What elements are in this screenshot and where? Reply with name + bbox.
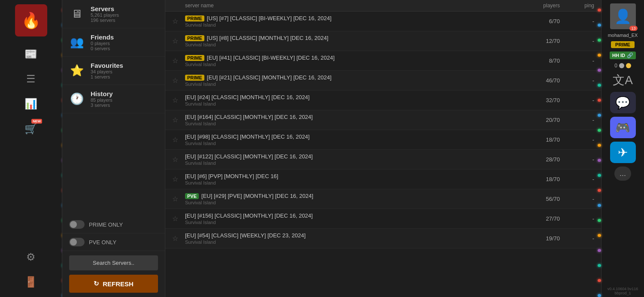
- header-ping: ping: [560, 3, 594, 9]
- server-row[interactable]: ☆ PRIME [US] [#7] [CLASSIC] [BI-WEEKLY] …: [165, 12, 601, 31]
- players-count: 46/70: [517, 77, 560, 84]
- servers-players: 5,261 players: [91, 12, 119, 18]
- chat-button[interactable]: 💬: [610, 92, 636, 113]
- favourites-icon: ⭐: [69, 64, 85, 77]
- server-name: [EU] [#98] [CLASSIC] [MONTHLY] [DEC 16, …: [185, 133, 310, 140]
- ping-value: -: [560, 156, 594, 163]
- players-count: 19/70: [517, 235, 560, 242]
- sidebar-item-settings[interactable]: ⚙: [18, 246, 44, 268]
- ping-value: -: [560, 38, 594, 44]
- sidebar-item-list[interactable]: ☰: [18, 68, 44, 90]
- prime-filter-label: PRIME ONLY: [89, 221, 123, 228]
- players-count: 18/70: [517, 136, 560, 143]
- server-name: [US] [#8] [CLASSIC] [MONTHLY] [DEC 16, 2…: [207, 35, 328, 41]
- nav-item-history[interactable]: 🕐 History 85 players 3 servers: [62, 85, 165, 113]
- server-row[interactable]: ☆ [EU] [#6] [PVP] [MONTHLY] [DEC 16] Sur…: [165, 170, 601, 189]
- prime-only-filter[interactable]: PRIME ONLY: [62, 216, 165, 233]
- server-row[interactable]: ☆ PRIME [EU] [#21] [CLASSIC] [MONTHLY] […: [165, 71, 601, 91]
- discord-button[interactable]: 🎮: [610, 117, 636, 138]
- ping-value: -: [560, 136, 594, 143]
- server-row[interactable]: ☆ [EU] [#122] [CLASSIC] [MONTHLY] [DEC 1…: [165, 150, 601, 170]
- sidebar-item-shop[interactable]: 🛒 NEW: [18, 118, 44, 139]
- history-icon: 🕐: [69, 92, 85, 106]
- pve-toggle[interactable]: [69, 238, 85, 246]
- coin-display: 0: [614, 63, 631, 69]
- server-subname: Survival Island: [185, 82, 517, 87]
- favourite-star[interactable]: ☆: [172, 116, 185, 124]
- sidebar-item-logout[interactable]: 🚪: [18, 271, 44, 293]
- server-row[interactable]: ☆ [EU] [#164] [CLASSIC] [MONTHLY] [DEC 1…: [165, 110, 601, 130]
- favourite-star[interactable]: ☆: [172, 215, 185, 223]
- pve-badge: PVE: [185, 193, 199, 199]
- sidebar: 🔥 📰 ☰ 📊 🛒 NEW ⚙ 🚪: [0, 0, 62, 297]
- ping-value: -: [560, 196, 594, 202]
- nav-panel: 🖥 Servers 5,261 players 196 servers 👥 Fr…: [62, 0, 165, 297]
- favourite-star[interactable]: ☆: [172, 234, 185, 242]
- server-row[interactable]: ☆ PRIME [US] [#8] [CLASSIC] [MONTHLY] [D…: [165, 31, 601, 51]
- translate-button[interactable]: 文A: [613, 72, 633, 88]
- light-bulb: [598, 9, 601, 12]
- friends-title: Friends: [91, 33, 114, 41]
- server-row[interactable]: ☆ [EU] [#24] [CLASSIC] [MONTHLY] [DEC 16…: [165, 91, 601, 110]
- favourite-star[interactable]: ☆: [172, 155, 185, 164]
- light-bulb: [598, 264, 601, 267]
- server-name: [EU] [#41] [CLASSIC] [BI-WEEKLY] [DEC 16…: [207, 55, 334, 61]
- list-icon: ☰: [26, 73, 36, 85]
- more-button[interactable]: ...: [614, 167, 631, 181]
- cart-icon: 🛒: [24, 123, 37, 135]
- light-bulb: [598, 144, 601, 147]
- server-row[interactable]: ☆ [EU] [#54] [CLASSIC] [WEEKLY] [DEC 23,…: [165, 229, 601, 249]
- avatar-icon: 👤: [614, 8, 632, 24]
- hhid-badge[interactable]: HH ID 🔗: [610, 52, 636, 59]
- favourite-star[interactable]: ☆: [172, 175, 185, 183]
- players-count: 6/70: [517, 18, 560, 24]
- favourite-star[interactable]: ☆: [172, 17, 185, 25]
- favourite-star[interactable]: ☆: [172, 37, 185, 45]
- ping-value: -: [560, 97, 594, 103]
- prime-badge[interactable]: PRIME: [611, 41, 635, 48]
- search-servers-button[interactable]: Search Servers..: [69, 255, 158, 270]
- light-bulb: [598, 114, 601, 117]
- pve-only-filter[interactable]: PVE ONLY: [62, 233, 165, 251]
- app-logo[interactable]: 🔥: [15, 4, 47, 36]
- silver-coin-icon: [619, 63, 624, 68]
- favourite-star[interactable]: ☆: [172, 96, 185, 104]
- telegram-icon: ✈: [618, 145, 628, 160]
- hhid-icon: 🔗: [627, 52, 633, 58]
- favourites-title: Favourites: [91, 62, 123, 69]
- friends-servers: 0 servers: [91, 46, 114, 51]
- christmas-lights-right: [596, 0, 602, 297]
- version-text: v0.4.10604 bv116 bbprod_1: [601, 287, 644, 295]
- gold-coin-icon: [626, 63, 631, 68]
- favourite-star[interactable]: ☆: [172, 76, 185, 85]
- favourite-star[interactable]: ☆: [172, 57, 185, 65]
- ping-value: -: [560, 18, 594, 24]
- sidebar-item-chart[interactable]: 📊: [18, 93, 44, 115]
- server-row[interactable]: ☆ PVE [EU] [#29] [PVE] [MONTHLY] [DEC 16…: [165, 189, 601, 209]
- prime-toggle-knob: [70, 221, 77, 228]
- light-bulb: [598, 219, 601, 222]
- refresh-button[interactable]: ↻ REFRESH: [69, 275, 158, 293]
- server-row[interactable]: ☆ PRIME [EU] [#41] [CLASSIC] [BI-WEEKLY]…: [165, 51, 601, 71]
- server-row[interactable]: ☆ [EU] [#156] [CLASSIC] [MONTHLY] [DEC 1…: [165, 209, 601, 229]
- favourite-star[interactable]: ☆: [172, 195, 185, 203]
- nav-item-servers[interactable]: 🖥 Servers 5,261 players 196 servers: [62, 0, 165, 28]
- ping-value: -: [560, 215, 594, 222]
- header-players: players: [517, 3, 560, 9]
- avatar: 👤 13: [610, 3, 636, 29]
- light-bulb: [598, 234, 601, 237]
- server-name: [EU] [#164] [CLASSIC] [MONTHLY] [DEC 16,…: [185, 114, 313, 120]
- sidebar-item-news[interactable]: 📰: [18, 43, 44, 65]
- favourite-star[interactable]: ☆: [172, 136, 185, 144]
- hhid-label: HH ID: [612, 53, 625, 58]
- light-bulb: [598, 174, 601, 177]
- nav-item-favourites[interactable]: ⭐ Favourites 34 players 1 servers: [62, 57, 165, 85]
- server-row[interactable]: ☆ [EU] [#98] [CLASSIC] [MONTHLY] [DEC 16…: [165, 130, 601, 150]
- server-name: [EU] [#24] [CLASSIC] [MONTHLY] [DEC 16, …: [185, 94, 310, 100]
- telegram-button[interactable]: ✈: [610, 142, 636, 163]
- history-servers: 3 servers: [91, 103, 113, 108]
- username-label: mohamad_EX: [608, 33, 638, 38]
- prime-toggle[interactable]: [69, 220, 85, 229]
- header-fav: [172, 3, 185, 9]
- nav-item-friends[interactable]: 👥 Friends 0 players 0 servers: [62, 28, 165, 57]
